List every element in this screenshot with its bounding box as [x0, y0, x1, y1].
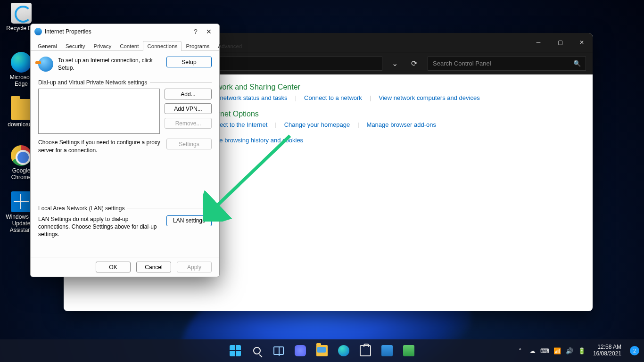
store-button[interactable] [356, 341, 375, 360]
ok-button[interactable]: OK [96, 262, 131, 272]
address-dropdown-icon[interactable]: ⌄ [389, 57, 400, 71]
chat-icon [295, 345, 306, 356]
cancel-button[interactable]: Cancel [136, 262, 171, 272]
taskbar: ˄ ☁ ⌨ 📶 🔊 🔋 12:58 AM 16/08/2021 2 [0, 339, 644, 362]
dialog-title: Internet Properties [45, 28, 91, 35]
dialup-listbox[interactable] [38, 89, 160, 134]
chat-button[interactable] [291, 341, 310, 360]
lan-settings-button[interactable]: LAN settings [166, 215, 212, 226]
chrome-icon [11, 145, 32, 166]
section-title-internet-options[interactable]: Internet Options [205, 110, 581, 118]
clock-date: 16/08/2021 [593, 351, 621, 357]
search-placeholder: Search Control Panel [433, 60, 491, 67]
start-button[interactable] [226, 341, 245, 360]
file-explorer-icon [316, 345, 328, 356]
edge-taskbar-button[interactable] [334, 341, 353, 360]
task-view-icon [273, 346, 284, 355]
dialog-tabs: General Security Privacy Content Connect… [31, 39, 219, 51]
lan-text: LAN Settings do not apply to dial-up con… [38, 215, 162, 239]
apply-button: Apply [177, 262, 212, 272]
start-icon [230, 345, 241, 356]
tab-privacy[interactable]: Privacy [89, 41, 116, 51]
tab-advanced[interactable]: Advanced [214, 41, 246, 51]
settings-text: Choose Settings if you need to configure… [38, 139, 162, 154]
control-panel-icon [381, 345, 393, 356]
taskbar-search-button[interactable] [248, 341, 266, 360]
setup-button[interactable]: Setup [166, 57, 212, 67]
dialog-titlebar[interactable]: Internet Properties ? ✕ [31, 24, 219, 39]
search-icon [253, 347, 261, 354]
refresh-icon[interactable]: ⟳ [407, 57, 421, 71]
dialog-footer: OK Cancel Apply [31, 257, 219, 277]
link-view-computers[interactable]: View network computers and devices [379, 94, 479, 101]
add-button[interactable]: Add... [165, 89, 212, 99]
link-connect-network[interactable]: Connect to a network [304, 94, 362, 101]
search-input[interactable]: Search Control Panel 🔍 [428, 57, 586, 71]
section-title-network[interactable]: Network and Sharing Center [205, 83, 581, 91]
internet-options-icon [34, 28, 42, 35]
dialup-group-label: Dial-up and Virtual Private Network sett… [38, 79, 212, 86]
settings-button: Settings [166, 139, 212, 149]
internet-options-taskbar-button[interactable] [399, 341, 418, 360]
tray-overflow-icon[interactable]: ˄ [517, 347, 524, 354]
windows-update-icon [11, 191, 32, 212]
notification-badge[interactable]: 2 [630, 346, 639, 355]
edge-icon [11, 52, 32, 73]
taskbar-center [226, 341, 418, 360]
taskbar-clock[interactable]: 12:58 AM 16/08/2021 [593, 344, 621, 357]
wifi-icon[interactable]: 📶 [553, 347, 561, 354]
file-explorer-button[interactable] [313, 341, 331, 360]
tab-content[interactable]: Content [116, 41, 143, 51]
internet-properties-dialog: Internet Properties ? ✕ General Security… [30, 24, 220, 277]
tab-connections[interactable]: Connections [143, 41, 182, 51]
setup-text: To set up an Internet connection, click … [58, 57, 162, 72]
link-change-homepage[interactable]: Change your homepage [284, 121, 350, 128]
remove-button: Remove... [165, 118, 212, 129]
onedrive-icon[interactable]: ☁ [529, 347, 537, 354]
maximize-button[interactable]: ▢ [549, 33, 571, 52]
task-view-button[interactable] [269, 341, 288, 360]
battery-icon[interactable]: 🔋 [578, 347, 586, 354]
store-icon [360, 345, 371, 356]
search-icon: 🔍 [573, 60, 581, 67]
link-delete-history[interactable]: Delete browsing history and cookies [205, 137, 303, 144]
folder-icon [11, 99, 32, 120]
control-panel-taskbar-button[interactable] [378, 341, 396, 360]
tab-security[interactable]: Security [61, 41, 90, 51]
edge-icon [338, 345, 349, 356]
dialog-body: To set up an Internet connection, click … [31, 51, 219, 257]
section1-links: View network status and tasks| Connect t… [205, 94, 581, 101]
internet-options-icon [403, 345, 414, 356]
system-tray: ˄ ☁ ⌨ 📶 🔊 🔋 12:58 AM 16/08/2021 2 [517, 344, 639, 357]
tab-programs[interactable]: Programs [182, 41, 214, 51]
globe-icon [38, 57, 53, 72]
tab-general[interactable]: General [33, 41, 61, 51]
link-manage-addons[interactable]: Manage browser add-ons [367, 121, 436, 128]
help-button[interactable]: ? [189, 28, 202, 35]
section2-links: Connect to the Internet| Change your hom… [205, 121, 581, 128]
section2-links-row2: Delete browsing history and cookies [205, 137, 581, 144]
minimize-button[interactable]: ─ [528, 33, 549, 52]
recycle-bin-icon [11, 3, 32, 24]
dialog-close-button[interactable]: ✕ [202, 28, 215, 35]
keyboard-icon[interactable]: ⌨ [541, 347, 549, 354]
add-vpn-button[interactable]: Add VPN... [165, 103, 212, 114]
close-button[interactable]: ✕ [571, 33, 593, 52]
clock-time: 12:58 AM [593, 344, 621, 351]
lan-group-label: Local Area Network (LAN) settings [38, 205, 212, 212]
volume-icon[interactable]: 🔊 [566, 347, 573, 354]
